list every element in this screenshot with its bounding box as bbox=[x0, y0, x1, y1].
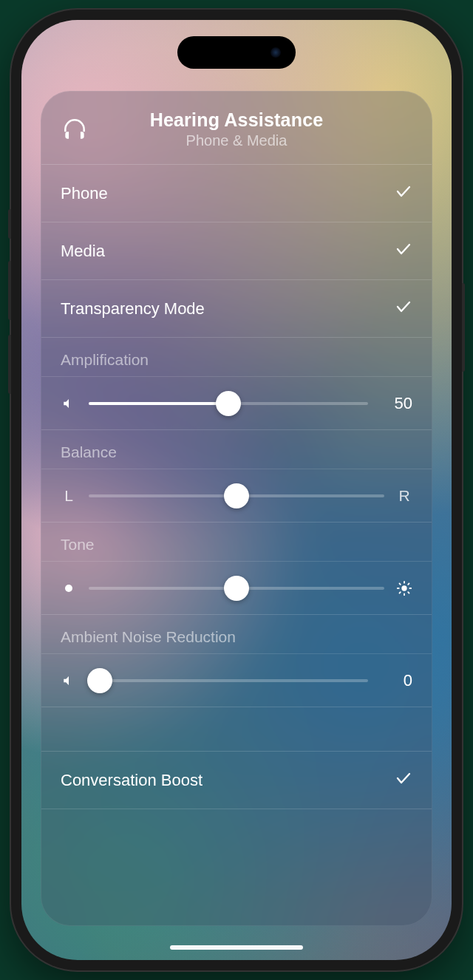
conversation-boost-label: Conversation Boost bbox=[61, 771, 203, 790]
ambient-noise-slider[interactable]: 0 bbox=[41, 654, 432, 707]
amplification-label: Amplification bbox=[41, 338, 432, 377]
svg-point-0 bbox=[65, 585, 72, 592]
tone-slider[interactable] bbox=[41, 562, 432, 615]
screen: Hearing Assistance Phone & Media Phone M… bbox=[21, 20, 452, 960]
media-toggle-row[interactable]: Media bbox=[41, 222, 432, 280]
balance-left-label: L bbox=[61, 487, 77, 505]
balance-slider[interactable]: L R bbox=[41, 469, 432, 523]
phone-label: Phone bbox=[61, 184, 108, 203]
speaker-low-icon bbox=[61, 674, 77, 687]
tone-dark-icon bbox=[61, 584, 77, 593]
checkmark-icon bbox=[395, 298, 412, 320]
side-button bbox=[462, 283, 465, 372]
svg-line-8 bbox=[400, 592, 401, 593]
tone-bright-icon bbox=[396, 580, 412, 596]
volume-up-button bbox=[8, 261, 11, 320]
panel-title: Hearing Assistance bbox=[61, 109, 412, 131]
svg-line-9 bbox=[408, 583, 409, 584]
volume-down-button bbox=[8, 335, 11, 394]
ambient-noise-value: 0 bbox=[380, 671, 412, 690]
transparency-toggle-row[interactable]: Transparency Mode bbox=[41, 280, 432, 338]
tone-label: Tone bbox=[41, 523, 432, 562]
speaker-low-icon bbox=[61, 397, 77, 410]
silence-switch bbox=[8, 209, 11, 239]
dynamic-island bbox=[177, 36, 296, 69]
conversation-boost-row[interactable]: Conversation Boost bbox=[41, 752, 432, 809]
phone-toggle-row[interactable]: Phone bbox=[41, 165, 432, 222]
balance-right-label: R bbox=[396, 487, 412, 505]
transparency-label: Transparency Mode bbox=[61, 299, 205, 319]
checkmark-icon bbox=[395, 240, 412, 262]
balance-label: Balance bbox=[41, 430, 432, 469]
ambient-noise-label: Ambient Noise Reduction bbox=[41, 615, 432, 654]
svg-point-1 bbox=[401, 585, 406, 591]
media-label: Media bbox=[61, 242, 105, 261]
panel-header: Hearing Assistance Phone & Media bbox=[41, 92, 432, 165]
spacer-row bbox=[41, 707, 432, 752]
amplification-value: 50 bbox=[380, 394, 412, 413]
home-indicator[interactable] bbox=[170, 945, 303, 950]
svg-line-4 bbox=[400, 583, 401, 584]
checkmark-icon bbox=[395, 769, 412, 792]
svg-line-5 bbox=[408, 592, 409, 593]
phone-frame: Hearing Assistance Phone & Media Phone M… bbox=[11, 10, 462, 970]
hearing-assistance-panel: Hearing Assistance Phone & Media Phone M… bbox=[41, 91, 432, 926]
panel-subtitle: Phone & Media bbox=[61, 132, 412, 149]
checkmark-icon bbox=[395, 183, 412, 205]
amplification-slider[interactable]: 50 bbox=[41, 377, 432, 430]
